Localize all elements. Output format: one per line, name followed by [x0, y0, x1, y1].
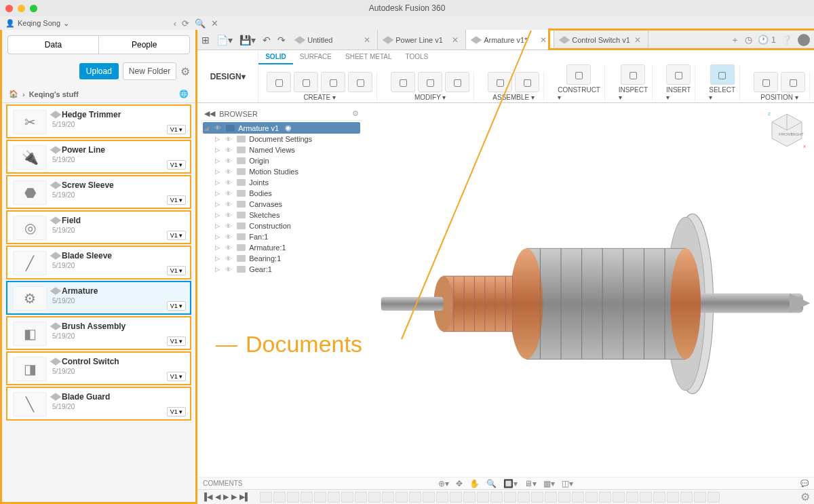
timeline-step[interactable]: [558, 492, 570, 503]
tree-root[interactable]: ◢👁 Armature v1◉: [203, 122, 360, 134]
file-item[interactable]: ◧ Brush Assembly 5/19/20 V1 ▾: [6, 316, 191, 350]
tree-item[interactable]: ▷👁Motion Studies: [214, 166, 360, 177]
tool-icon[interactable]: ▢: [418, 72, 442, 92]
version-dropdown[interactable]: V1 ▾: [167, 195, 187, 205]
workspace-dropdown[interactable]: DESIGN ▾: [197, 50, 258, 102]
timeline-step[interactable]: [613, 492, 625, 503]
doc-tab[interactable]: Untitled ✕: [290, 30, 378, 50]
gear-icon[interactable]: ⚙: [800, 490, 810, 503]
tree-item[interactable]: ▷👁Fan:1: [214, 231, 360, 242]
close-icon[interactable]: ✕: [452, 35, 459, 45]
timeline-end-icon[interactable]: ▶▌: [239, 492, 250, 501]
timeline-step[interactable]: [518, 492, 530, 503]
globe-icon[interactable]: 🌐: [179, 90, 189, 98]
timeline-step[interactable]: [531, 492, 543, 503]
tree-item[interactable]: ▷👁Canvases: [214, 199, 360, 210]
save-icon[interactable]: 💾▾: [239, 35, 256, 45]
tool-icon[interactable]: ▢: [445, 72, 469, 92]
hand-icon[interactable]: ✋: [469, 479, 480, 488]
tool-icon[interactable]: ▢: [488, 72, 512, 92]
timeline-step[interactable]: [341, 492, 353, 503]
timeline-step[interactable]: [382, 492, 394, 503]
group-label[interactable]: INSPECT ▾: [619, 86, 648, 101]
timeline-step[interactable]: [599, 492, 611, 503]
avatar[interactable]: [798, 34, 810, 46]
grid-icon[interactable]: ▦▾: [543, 479, 555, 488]
close-window-button[interactable]: [5, 5, 13, 12]
close-panel-icon[interactable]: ✕: [211, 18, 218, 28]
user-name[interactable]: Keqing Song: [18, 19, 60, 27]
timeline-step[interactable]: [694, 492, 706, 503]
upload-button[interactable]: Upload: [79, 63, 119, 79]
orbit-icon[interactable]: ⊕▾: [438, 479, 449, 488]
version-dropdown[interactable]: V1 ▾: [167, 372, 187, 381]
timeline-step[interactable]: [463, 492, 476, 503]
tree-item[interactable]: ▷👁Origin: [214, 155, 360, 166]
file-item[interactable]: ◨ Control Switch 5/19/20 V1 ▾: [6, 351, 191, 385]
tool-icon[interactable]: ▢: [294, 72, 318, 92]
group-label[interactable]: POSITION ▾: [760, 94, 798, 101]
new-folder-button[interactable]: New Folder: [123, 62, 176, 80]
file-item[interactable]: ⚙ Armature 5/19/20 V1 ▾: [6, 281, 191, 315]
doc-tab[interactable]: Control Switch v1 ✕: [554, 30, 648, 50]
refresh-icon[interactable]: ⟳: [182, 18, 189, 28]
tree-item[interactable]: ▷👁Gear:1: [214, 264, 360, 275]
timeline-start-icon[interactable]: ▐◀: [201, 492, 212, 501]
timeline-step[interactable]: [667, 492, 679, 503]
search-icon[interactable]: 🔍: [195, 18, 206, 28]
group-label[interactable]: ASSEMBLE ▾: [492, 94, 535, 101]
tab-data[interactable]: Data: [7, 35, 98, 54]
maximize-window-button[interactable]: [30, 5, 37, 12]
timeline-step[interactable]: [273, 492, 286, 503]
viewports-icon[interactable]: ◫▾: [562, 479, 573, 488]
ribbon-tab[interactable]: SOLID: [258, 50, 293, 64]
timeline-step[interactable]: [423, 492, 435, 503]
tool-icon[interactable]: ▢: [621, 64, 645, 85]
gear-icon[interactable]: ⚙: [352, 109, 359, 118]
timeline-step[interactable]: [301, 492, 313, 503]
close-icon[interactable]: ✕: [540, 35, 547, 45]
redo-icon[interactable]: ↷: [277, 35, 286, 45]
tool-icon[interactable]: ▢: [267, 72, 291, 92]
timeline-step[interactable]: [545, 492, 557, 503]
tool-icon[interactable]: ▢: [666, 64, 691, 85]
tree-item[interactable]: ▷👁Joints: [214, 177, 360, 188]
tool-icon[interactable]: ▢: [321, 72, 345, 92]
timeline-step[interactable]: [477, 492, 489, 503]
tool-icon[interactable]: ▢: [710, 64, 735, 85]
zoom-icon[interactable]: 🔍: [486, 479, 497, 488]
tree-item[interactable]: ▷👁Sketches: [214, 210, 360, 220]
timeline-step[interactable]: [314, 492, 326, 503]
timeline-step[interactable]: [355, 492, 367, 503]
tree-item[interactable]: ▷👁Document Settings: [214, 134, 360, 144]
tree-item[interactable]: ▷👁Named Views: [214, 144, 360, 155]
back-icon[interactable]: ‹: [174, 18, 176, 28]
plus-tab[interactable]: ＋: [731, 34, 739, 46]
tab-people[interactable]: People: [98, 35, 190, 54]
collapse-icon[interactable]: ◀◀: [204, 109, 215, 118]
display-icon[interactable]: 🖥▾: [524, 479, 537, 488]
clock-icon[interactable]: 🕐 1: [758, 35, 776, 45]
timeline-back-icon[interactable]: ◀: [215, 492, 220, 501]
extension-icon[interactable]: ◷: [745, 35, 752, 45]
version-dropdown[interactable]: V1 ▾: [167, 407, 187, 416]
timeline-step[interactable]: [708, 492, 720, 503]
timeline[interactable]: ▐◀ ◀ ▶ ▶ ▶▌ ⚙: [197, 489, 814, 504]
tool-icon[interactable]: ▢: [566, 64, 591, 85]
timeline-step[interactable]: [653, 492, 665, 503]
tree-item[interactable]: ▷👁Bodies: [214, 188, 360, 199]
timeline-step[interactable]: [287, 492, 299, 503]
version-dropdown[interactable]: V1 ▾: [167, 160, 187, 170]
version-dropdown[interactable]: V1 ▾: [167, 301, 187, 311]
home-icon[interactable]: 🏠: [9, 90, 18, 98]
timeline-step[interactable]: [409, 492, 421, 503]
version-dropdown[interactable]: V1 ▾: [167, 125, 187, 134]
group-label[interactable]: CREATE ▾: [303, 94, 336, 101]
chat-icon[interactable]: 💬: [800, 480, 809, 487]
file-item[interactable]: ╲ Blade Guard 5/19/20 V1 ▾: [6, 387, 191, 421]
timeline-step[interactable]: [572, 492, 584, 503]
timeline-step[interactable]: [490, 492, 503, 503]
version-dropdown[interactable]: V1 ▾: [167, 336, 187, 346]
file-item[interactable]: ✂ Hedge Trimmer 5/19/20 V1 ▾: [6, 104, 191, 138]
comments-label[interactable]: COMMENTS: [203, 480, 242, 487]
